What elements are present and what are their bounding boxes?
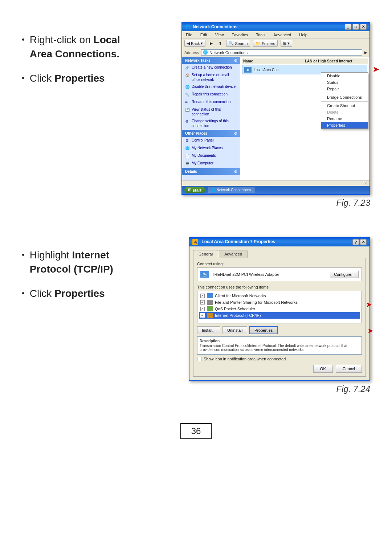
dialog-close-button[interactable]: ✕ bbox=[360, 239, 367, 245]
sidebar-create-connection[interactable]: 🔗 Create a new connection bbox=[182, 64, 240, 71]
taskbar-window-icon: 🌐 bbox=[211, 188, 216, 192]
address-go[interactable]: ▶ bbox=[364, 50, 367, 54]
taskbar-window-button[interactable]: 🌐 Network Connections bbox=[208, 187, 254, 193]
ctx-repair[interactable]: Repair bbox=[321, 86, 368, 92]
show-icon-checkbox[interactable] bbox=[197, 357, 201, 361]
context-menu: Disable Status Repair Bridge Connections… bbox=[321, 72, 368, 129]
ctx-disable[interactable]: Disable bbox=[321, 73, 368, 79]
show-icon-label: Show icon in notification area when conn… bbox=[204, 357, 286, 361]
bullet-3-bold: Internet Protocol (TCP/IP) bbox=[30, 249, 113, 275]
menu-tools[interactable]: Tools bbox=[254, 32, 268, 38]
menu-favorites[interactable]: Favorites bbox=[229, 32, 250, 38]
search-button[interactable]: 🔍 Search bbox=[226, 40, 250, 47]
forward-button[interactable]: ▶ bbox=[208, 40, 214, 46]
sidebar-disable-device[interactable]: 🌐 Disable this network device bbox=[182, 83, 240, 91]
ctx-bridge[interactable]: Bridge Connections bbox=[321, 94, 368, 101]
maximize-button[interactable]: □ bbox=[352, 24, 359, 30]
bullet-symbol-1: • bbox=[22, 34, 25, 45]
minimize-button[interactable]: _ bbox=[345, 24, 351, 30]
properties-dialog: 🔌 Local Area Connection 7 Properties ? ✕… bbox=[189, 237, 370, 381]
menu-edit[interactable]: Edit bbox=[198, 32, 209, 38]
rename-icon: ✏ bbox=[185, 100, 190, 105]
close-button[interactable]: ✕ bbox=[360, 24, 367, 30]
collapse-icon[interactable]: ⊙ bbox=[234, 58, 237, 62]
address-globe-icon: 🌐 bbox=[203, 50, 208, 55]
repair-label: Repair this connection bbox=[192, 92, 228, 97]
connection-icon: 🖥 bbox=[244, 67, 252, 73]
uninstall-button[interactable]: Uninstall bbox=[222, 326, 247, 334]
section-2-instructions: • Highlight Internet Protocol (TCP/IP) •… bbox=[22, 237, 138, 311]
address-bar: Address 🌐 Network Connections ▶ bbox=[182, 48, 369, 57]
details-collapse[interactable]: ⊙ bbox=[234, 169, 237, 173]
sidebar-network-places[interactable]: 🌐 My Network Places bbox=[182, 144, 240, 152]
list-item-client[interactable]: Client for Microsoft Networks bbox=[199, 293, 360, 299]
ctx-properties[interactable]: Properties bbox=[321, 122, 368, 128]
description-title: Description bbox=[200, 339, 359, 343]
install-button[interactable]: Install... bbox=[197, 326, 220, 334]
col-name-header: Name bbox=[243, 59, 305, 63]
start-button[interactable]: ⊞ start bbox=[184, 187, 205, 193]
sidebar-change-settings[interactable]: ⚙ Change settings of this connection bbox=[182, 118, 240, 129]
sidebar-home-office[interactable]: 🏠 Set up a home or small office network bbox=[182, 71, 240, 83]
home-label: Set up a home or small office network bbox=[192, 73, 237, 82]
ok-button[interactable]: OK bbox=[313, 365, 333, 373]
network-connections-window: 🌐 Network Connections _ □ ✕ File Edit Vi… bbox=[181, 22, 370, 195]
list-item-tcp[interactable]: Internet Protocol (TCP/IP) bbox=[199, 312, 360, 319]
checkbox-client[interactable] bbox=[200, 294, 205, 298]
views-button[interactable]: ⊞ ▾ bbox=[281, 40, 292, 47]
menu-help[interactable]: Help bbox=[297, 32, 310, 38]
sidebar-view-status[interactable]: 🔄 View status of this connection bbox=[182, 106, 240, 118]
checkbox-printer[interactable] bbox=[200, 300, 205, 304]
folders-button[interactable]: 📁 Folders bbox=[253, 40, 278, 47]
cancel-button[interactable]: Cancel bbox=[336, 365, 362, 373]
bullet-1: • Right-click on Local Area Connections. bbox=[22, 33, 138, 61]
sidebar-repair[interactable]: 🔧 Repair this connection bbox=[182, 91, 240, 98]
window-sidebar: Network Tasks ⊙ 🔗 Create a new connectio… bbox=[182, 57, 240, 180]
bullet-4: • Click Properties bbox=[22, 286, 138, 301]
arrow-to-tcp: ➤ bbox=[366, 300, 372, 309]
fig-1-label: Fig. 7.23 bbox=[336, 198, 370, 208]
configure-button[interactable]: Configure... bbox=[330, 271, 359, 278]
dialog-panel: Connect using: 📡 TRENDnet 22M PCI Wirele… bbox=[193, 258, 366, 377]
start-label: start bbox=[193, 188, 201, 192]
sidebar-control-panel[interactable]: 🖥 Control Panel bbox=[182, 137, 240, 144]
dialog-title-text: Local Area Connection 7 Properties bbox=[201, 239, 275, 244]
list-item-printer[interactable]: File and Printer Sharing for Microsoft N… bbox=[199, 299, 360, 306]
menu-view[interactable]: View bbox=[213, 32, 226, 38]
sidebar-my-computer[interactable]: 💻 My Computer bbox=[182, 160, 240, 167]
section-2-screenshot: 🔌 Local Area Connection 7 Properties ? ✕… bbox=[160, 237, 370, 394]
checkbox-qos[interactable] bbox=[200, 307, 205, 311]
tab-general[interactable]: General bbox=[193, 250, 218, 258]
menu-advanced[interactable]: Advanced bbox=[271, 32, 293, 38]
properties-button[interactable]: Properties bbox=[249, 326, 278, 334]
connect-using-label: Connect using: bbox=[197, 262, 362, 266]
up-button[interactable]: ⬆ bbox=[217, 40, 223, 46]
menu-file[interactable]: File bbox=[184, 32, 195, 38]
settings-label: Change settings of this connection bbox=[192, 119, 237, 128]
dialog-title-buttons: ? ✕ bbox=[352, 239, 367, 245]
fig-2-label: Fig. 7.24 bbox=[336, 384, 370, 394]
other-places-collapse[interactable]: ⊙ bbox=[234, 131, 237, 135]
checkbox-tcp[interactable] bbox=[200, 313, 205, 318]
list-item-qos[interactable]: QoS Packet Scheduler bbox=[199, 306, 360, 312]
adapter-symbol: 📡 bbox=[203, 273, 207, 277]
dialog-help-button[interactable]: ? bbox=[352, 239, 359, 245]
tcp-label: Internet Protocol (TCP/IP) bbox=[215, 313, 261, 318]
sidebar-my-documents[interactable]: 📄 My Documents bbox=[182, 152, 240, 160]
titlebar-buttons: _ □ ✕ bbox=[345, 24, 367, 30]
adapter-icon: 📡 bbox=[200, 271, 209, 278]
items-list: Client for Microsoft Networks File and P… bbox=[197, 291, 362, 323]
address-field[interactable]: 🌐 Network Connections bbox=[201, 49, 362, 56]
printer-label: File and Printer Sharing for Microsoft N… bbox=[215, 300, 298, 304]
bullet-1-bold: Local Area Connections. bbox=[30, 34, 120, 60]
ctx-rename[interactable]: Rename bbox=[321, 115, 368, 122]
adapter-name: TRENDnet 22M PCI Wireless Adapter bbox=[212, 272, 279, 277]
ctx-shortcut[interactable]: Create Shortcut bbox=[321, 102, 368, 109]
toolbar: ◀ Back ▾ ▶ ⬆ 🔍 Search 📁 Folders bbox=[182, 39, 369, 48]
sidebar-rename[interactable]: ✏ Rename this connection bbox=[182, 98, 240, 106]
back-label: Back bbox=[191, 41, 200, 46]
tab-advanced[interactable]: Advanced bbox=[219, 250, 248, 258]
network-places-icon: 🌐 bbox=[185, 146, 190, 151]
back-button[interactable]: ◀ Back ▾ bbox=[184, 40, 205, 47]
ctx-status[interactable]: Status bbox=[321, 79, 368, 86]
